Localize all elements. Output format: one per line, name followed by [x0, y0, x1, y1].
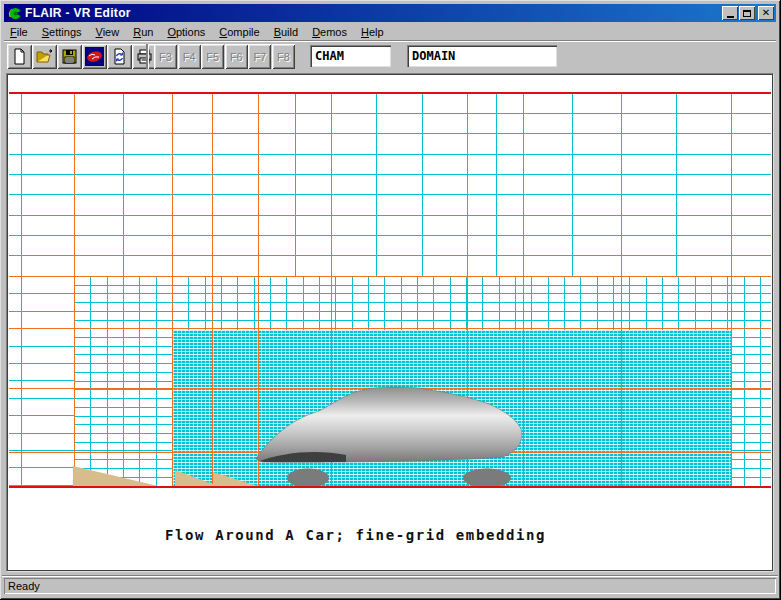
menu-item-options[interactable]: Options	[161, 24, 211, 40]
left-fine-rows	[9, 415, 74, 416]
save-button[interactable]	[57, 44, 82, 69]
left-fine-rows	[9, 346, 74, 347]
menubar: FileSettingsViewRunOptionsCompileBuildDe…	[4, 23, 776, 41]
open-button[interactable]	[32, 44, 57, 69]
region-boundary-v	[731, 92, 732, 486]
reload-button[interactable]	[107, 44, 132, 69]
menu-item-settings[interactable]: Settings	[36, 24, 88, 40]
menu-item-compile[interactable]: Compile	[213, 24, 265, 40]
save-icon	[61, 48, 78, 65]
region-boundary-v	[74, 92, 75, 486]
fkey-button-f8[interactable]: F8	[272, 44, 295, 69]
domain-field[interactable]	[407, 45, 557, 67]
fkey-button-f5[interactable]: F5	[201, 44, 224, 69]
print-icon	[136, 48, 153, 65]
maximize-icon	[743, 10, 751, 17]
menu-item-build[interactable]: Build	[268, 24, 304, 40]
medium-grid-rows	[74, 293, 771, 294]
status-text: Ready	[4, 578, 776, 594]
menu-item-run[interactable]: Run	[127, 24, 159, 40]
left-fine-rows	[9, 311, 74, 312]
medium-grid-rows	[74, 311, 771, 312]
minimize-button[interactable]	[722, 6, 738, 20]
left-fine-rows	[9, 380, 74, 381]
fkey-button-f6[interactable]: F6	[225, 44, 248, 69]
cham-logo-icon	[85, 47, 104, 66]
fkey-button-f4[interactable]: F4	[178, 44, 201, 69]
menu-item-view[interactable]: View	[90, 24, 126, 40]
region-boundary-v	[621, 92, 622, 486]
left-fine-rows	[9, 467, 74, 468]
menu-item-help[interactable]: Help	[355, 24, 390, 40]
left-fine-rows	[9, 363, 74, 364]
cham-button[interactable]	[82, 44, 107, 69]
new-document-icon	[11, 48, 28, 65]
region-boundary-h	[9, 452, 771, 453]
fine-grid-region	[173, 330, 731, 486]
open-folder-icon	[36, 48, 53, 65]
fkey-button-f7[interactable]: F7	[248, 44, 271, 69]
grid-line-v	[496, 92, 497, 276]
reload-document-icon	[111, 48, 128, 65]
medium-grid-cols	[156, 276, 157, 486]
medium-grid-rows	[74, 302, 771, 303]
canvas-frame: Flow Around A Car; fine-grid embedding	[6, 73, 774, 572]
region-boundary-v	[523, 92, 524, 486]
region-boundary-v	[331, 92, 332, 486]
left-fine-rows	[9, 398, 74, 399]
region-boundary-v	[467, 92, 468, 486]
app-icon	[7, 6, 22, 21]
toolbar: F3F4F5F6F7F8	[4, 42, 776, 72]
left-fine-rows	[9, 450, 74, 451]
grid-line-v	[676, 92, 677, 276]
toolbar-separator	[146, 44, 148, 69]
ramp-object[interactable]	[73, 466, 158, 486]
grid-line-v	[572, 92, 573, 276]
fkey-button-f3[interactable]: F3	[154, 44, 177, 69]
medium-grid-rows	[74, 320, 771, 321]
minimize-icon	[727, 16, 734, 18]
app-window: FLAIR - VR Editor ✕ FileSettingsViewRunO…	[0, 0, 781, 600]
region-boundary-h	[9, 276, 771, 277]
region-boundary-v	[258, 92, 259, 486]
left-fine-rows	[9, 293, 74, 294]
medium-grid-cols	[760, 276, 761, 486]
region-boundary-v	[212, 92, 213, 486]
medium-grid-cols	[139, 276, 140, 486]
new-button[interactable]	[7, 44, 32, 69]
close-button[interactable]: ✕	[758, 6, 774, 20]
titlebar: FLAIR - VR Editor ✕	[4, 4, 776, 22]
menu-item-file[interactable]: File	[4, 24, 34, 40]
graphics-canvas[interactable]: Flow Around A Car; fine-grid embedding	[8, 75, 772, 570]
medium-grid-cols	[90, 276, 91, 486]
cham-field[interactable]	[310, 45, 391, 67]
grid-line-v	[422, 92, 423, 276]
region-boundary-v	[172, 92, 173, 486]
domain-boundary-h	[9, 92, 771, 94]
scene-caption: Flow Around A Car; fine-grid embedding	[165, 527, 546, 543]
region-boundary-h	[9, 328, 771, 329]
medium-grid-rows	[74, 285, 771, 286]
statusbar: Ready	[2, 575, 778, 595]
menu-item-demos[interactable]: Demos	[306, 24, 353, 40]
close-icon: ✕	[762, 8, 770, 18]
medium-grid-cols	[107, 276, 108, 486]
maximize-button[interactable]	[739, 6, 755, 20]
grid-line-v	[21, 92, 22, 486]
grid-line-v	[376, 92, 377, 276]
left-fine-rows	[9, 433, 74, 434]
domain-boundary-h	[9, 486, 771, 488]
region-boundary-h	[9, 388, 771, 389]
medium-grid-cols	[744, 276, 745, 486]
grid-line-v	[295, 92, 296, 276]
window-title: FLAIR - VR Editor	[25, 6, 721, 20]
medium-grid-cols	[123, 276, 124, 486]
grid-line-v	[123, 92, 124, 276]
